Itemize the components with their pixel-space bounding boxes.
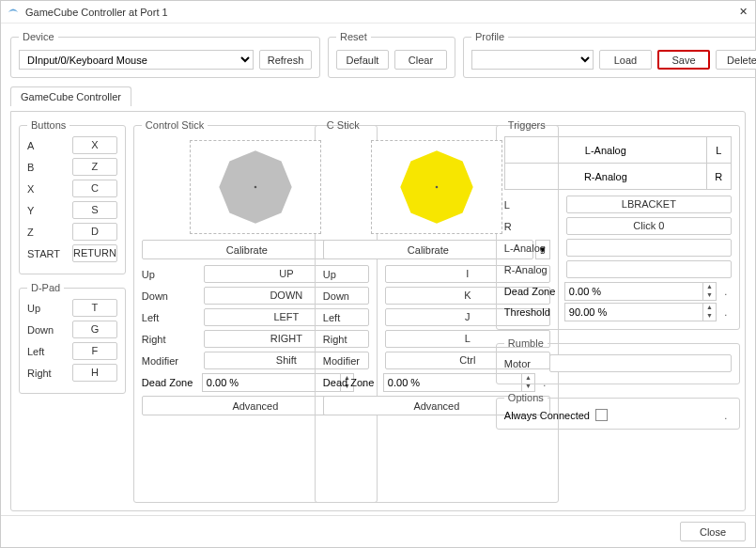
- content-area: Device DInput/0/Keyboard Mouse Refresh R…: [1, 23, 755, 515]
- c-stick-legend: C Stick: [323, 119, 363, 131]
- cs-up-lbl: Up: [142, 269, 198, 280]
- device-legend: Device: [19, 31, 58, 42]
- cst-dz-lbl: Dead Zone: [323, 377, 379, 388]
- app-icon: [7, 6, 20, 19]
- options-legend: Options: [504, 392, 548, 403]
- btn-y-lbl: Y: [27, 205, 67, 216]
- tr-dz-lbl: Dead Zone: [504, 286, 561, 297]
- clear-button[interactable]: Clear: [394, 50, 447, 70]
- tr-ra-bind[interactable]: [566, 260, 732, 278]
- dialog-window: GameCube Controller at Port 1 ✕ Device D…: [0, 0, 756, 548]
- window-title: GameCube Controller at Port 1: [25, 7, 736, 18]
- spin-down-icon[interactable]: ▼: [703, 312, 716, 321]
- tabs: GameCube Controller: [10, 86, 746, 105]
- cst-right-lbl: Right: [323, 334, 379, 345]
- cst-down-lbl: Down: [323, 290, 379, 302]
- tr-th-lbl: Threshold: [504, 306, 561, 318]
- tr-la-lbl: L-Analog: [504, 243, 561, 254]
- tr-dz-spin[interactable]: ▲▼: [564, 282, 717, 301]
- device-group: Device DInput/0/Keyboard Mouse Refresh: [10, 31, 320, 78]
- tr-th-dots[interactable]: .: [720, 306, 732, 318]
- rumble-group: Rumble Motor: [496, 337, 740, 384]
- dpad-left-lbl: Left: [27, 346, 67, 357]
- btn-a-bind[interactable]: X: [72, 136, 117, 154]
- cst-left-lbl: Left: [323, 312, 379, 323]
- dpad-down-bind[interactable]: G: [72, 321, 117, 338]
- col-control-stick: Control Stick Calibrate▾ UpUP DownDOWN L…: [133, 119, 307, 503]
- c-stick-viz: [371, 140, 502, 234]
- triggers-legend: Triggers: [504, 119, 549, 131]
- btn-b-bind[interactable]: Z: [72, 158, 117, 176]
- close-button[interactable]: Close: [680, 522, 746, 541]
- tr-ra-lbl: R-Analog: [504, 264, 561, 275]
- dpad-down-lbl: Down: [27, 324, 67, 336]
- buttons-group: Buttons AX BZ XC YS ZD STARTRETURN: [19, 119, 126, 274]
- btn-x-lbl: X: [27, 183, 67, 195]
- svg-point-1: [255, 186, 257, 189]
- tr-la-bind[interactable]: [566, 239, 732, 257]
- load-button[interactable]: Load: [599, 50, 652, 70]
- titlebar: GameCube Controller at Port 1 ✕: [1, 1, 755, 23]
- reset-legend: Reset: [336, 31, 371, 42]
- tr-lanalog-cell[interactable]: L-Analog: [504, 137, 706, 164]
- tr-ranalog-cell[interactable]: R-Analog: [504, 164, 706, 190]
- profile-select[interactable]: [471, 50, 594, 70]
- btn-y-bind[interactable]: S: [72, 201, 117, 219]
- cst-up-lbl: Up: [323, 269, 379, 280]
- btn-a-lbl: A: [27, 140, 67, 151]
- rumble-legend: Rumble: [504, 337, 548, 349]
- footer: Close: [1, 515, 755, 547]
- device-select[interactable]: DInput/0/Keyboard Mouse: [19, 50, 254, 70]
- always-connected-checkbox[interactable]: [595, 409, 608, 421]
- btn-x-bind[interactable]: C: [72, 180, 117, 197]
- profile-legend: Profile: [471, 31, 508, 42]
- tr-th-input[interactable]: [565, 304, 702, 321]
- triggers-group: Triggers L-AnalogL R-AnalogR LLBRACKET R…: [496, 119, 740, 330]
- profile-group: Profile Load Save Delete: [463, 31, 756, 78]
- tr-r-bind[interactable]: Click 0: [566, 217, 732, 235]
- reset-group: Reset Default Clear: [328, 31, 455, 78]
- dpad-up-lbl: Up: [27, 303, 67, 314]
- tr-l-cell[interactable]: L: [706, 137, 731, 164]
- dpad-left-bind[interactable]: F: [72, 342, 117, 360]
- dpad-right-bind[interactable]: H: [72, 364, 117, 382]
- tr-l-bind[interactable]: LBRACKET: [566, 196, 732, 213]
- spin-down-icon[interactable]: ▼: [703, 291, 716, 300]
- default-button[interactable]: Default: [336, 50, 389, 70]
- col-c-stick: C Stick Calibrate▾ UpI DownK LeftJ Right…: [315, 119, 488, 503]
- tr-th-spin[interactable]: ▲▼: [564, 303, 717, 321]
- cs-left-lbl: Left: [142, 312, 198, 323]
- always-connected-label: Always Connected: [504, 410, 590, 421]
- motor-bind[interactable]: [549, 354, 732, 372]
- tab-panel: Buttons AX BZ XC YS ZD STARTRETURN D-Pad…: [10, 111, 746, 511]
- cs-down-lbl: Down: [142, 290, 198, 302]
- tr-r-cell[interactable]: R: [706, 164, 731, 190]
- options-dots[interactable]: .: [720, 410, 732, 421]
- spin-up-icon[interactable]: ▲: [703, 304, 716, 312]
- close-icon[interactable]: ✕: [736, 6, 749, 18]
- dpad-up-bind[interactable]: T: [72, 299, 117, 317]
- cst-mod-lbl: Modifier: [323, 355, 379, 367]
- svg-point-3: [436, 186, 439, 189]
- dpad-right-lbl: Right: [27, 368, 67, 379]
- dpad-legend: D-Pad: [27, 282, 64, 293]
- tr-dz-dots[interactable]: .: [720, 286, 732, 297]
- btn-z-bind[interactable]: D: [72, 223, 117, 241]
- save-button[interactable]: Save: [657, 50, 710, 70]
- delete-button[interactable]: Delete: [716, 50, 756, 70]
- col-triggers: Triggers L-AnalogL R-AnalogR LLBRACKET R…: [496, 119, 740, 503]
- top-row: Device DInput/0/Keyboard Mouse Refresh R…: [10, 31, 746, 78]
- buttons-legend: Buttons: [27, 119, 69, 131]
- btn-start-bind[interactable]: RETURN: [72, 244, 117, 262]
- options-group: Options Always Connected .: [496, 392, 740, 430]
- control-stick-legend: Control Stick: [142, 119, 208, 131]
- tab-gamecube[interactable]: GameCube Controller: [10, 86, 131, 106]
- dpad-group: D-Pad UpT DownG LeftF RightH: [19, 282, 126, 394]
- tr-dz-input[interactable]: [565, 283, 702, 300]
- cs-mod-lbl: Modifier: [142, 355, 198, 367]
- control-stick-viz: [190, 140, 321, 234]
- refresh-button[interactable]: Refresh: [259, 50, 312, 70]
- btn-b-lbl: B: [27, 162, 67, 173]
- spin-up-icon[interactable]: ▲: [703, 283, 716, 291]
- motor-lbl: Motor: [504, 358, 544, 369]
